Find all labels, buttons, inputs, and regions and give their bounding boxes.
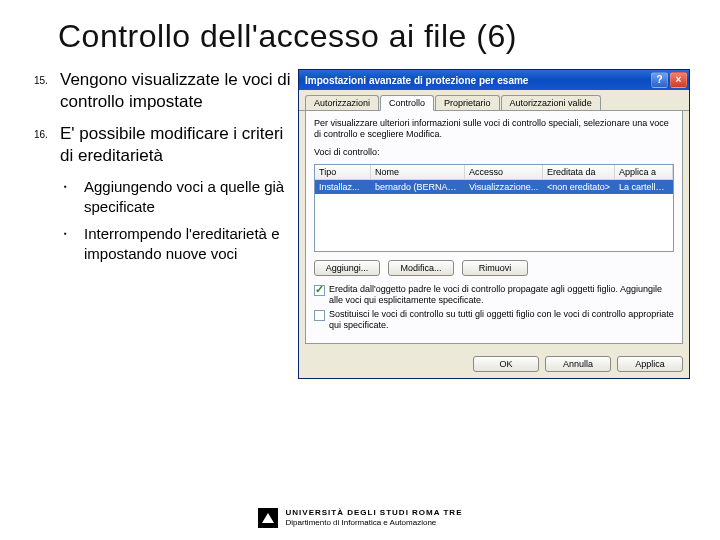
col-inherited[interactable]: Ereditata da — [543, 165, 615, 179]
cell-type: Installaz... — [315, 180, 371, 194]
university-name: UNIVERSITÀ DEGLI STUDI ROMA TRE — [286, 508, 463, 518]
university-logo-icon — [258, 508, 278, 528]
cancel-button[interactable]: Annulla — [545, 356, 611, 372]
lv-label: Voci di controllo: — [314, 147, 674, 158]
cell-apply: La cartella selezio... — [615, 180, 673, 194]
checkbox-icon[interactable] — [314, 285, 325, 296]
sublist-item: ▪ Interrompendo l'ereditarietà e imposta… — [64, 224, 292, 263]
list-item: 16. E' possibile modificare i criteri di… — [30, 123, 292, 167]
replace-checkbox-row[interactable]: Sostituisci le voci di controllo su tutt… — [314, 309, 674, 331]
hint-text: Per visualizzare ulteriori informazioni … — [314, 118, 674, 141]
list-text: Vengono visualizzate le voci di controll… — [60, 69, 292, 113]
col-access[interactable]: Accesso — [465, 165, 543, 179]
cell-access: Visualizzazione... — [465, 180, 543, 194]
audit-listview[interactable]: Tipo Nome Accesso Ereditata da Applica a… — [314, 164, 674, 252]
slide-footer: UNIVERSITÀ DEGLI STUDI ROMA TRE Dipartim… — [0, 508, 720, 528]
dialog-title: Impostazioni avanzate di protezione per … — [305, 75, 528, 86]
dialog-titlebar[interactable]: Impostazioni avanzate di protezione per … — [299, 70, 689, 90]
lv-header: Tipo Nome Accesso Ereditata da Applica a — [315, 165, 673, 180]
bullet-column: 15. Vengono visualizzate le voci di cont… — [30, 69, 298, 379]
tab-effective[interactable]: Autorizzazioni valide — [501, 95, 601, 110]
tab-permissions[interactable]: Autorizzazioni — [305, 95, 379, 110]
col-apply[interactable]: Applica a — [615, 165, 673, 179]
table-row[interactable]: Installaz... bernardo (BERNARD... Visual… — [315, 180, 673, 194]
sublist-text: Aggiungendo voci a quelle già specificat… — [84, 177, 292, 216]
edit-button[interactable]: Modifica... — [388, 260, 454, 276]
cell-name: bernardo (BERNARD... — [371, 180, 465, 194]
slide-title: Controllo dell'accesso ai file (6) — [58, 18, 690, 55]
inherit-checkbox-row[interactable]: Eredita dall'oggetto padre le voci di co… — [314, 284, 674, 306]
bullet-icon: ▪ — [64, 177, 84, 216]
list-text: E' possibile modificare i criteri di ere… — [60, 123, 292, 167]
ok-button[interactable]: OK — [473, 356, 539, 372]
bullet-icon: ▪ — [64, 224, 84, 263]
sublist-item: ▪ Aggiungendo voci a quelle già specific… — [64, 177, 292, 216]
remove-button[interactable]: Rimuovi — [462, 260, 528, 276]
checkbox-icon[interactable] — [314, 310, 325, 321]
close-button[interactable]: × — [670, 72, 687, 88]
list-number: 15. — [30, 69, 60, 113]
apply-button[interactable]: Applica — [617, 356, 683, 372]
tab-body: Per visualizzare ulteriori informazioni … — [305, 110, 683, 344]
sublist-text: Interrompendo l'ereditarietà e impostand… — [84, 224, 292, 263]
list-item: 15. Vengono visualizzate le voci di cont… — [30, 69, 292, 113]
add-button[interactable]: Aggiungi... — [314, 260, 380, 276]
tab-auditing[interactable]: Controllo — [380, 95, 434, 111]
cell-inherited: <non ereditato> — [543, 180, 615, 194]
checkbox-label: Sostituisci le voci di controllo su tutt… — [329, 309, 674, 331]
list-number: 16. — [30, 123, 60, 167]
help-button[interactable]: ? — [651, 72, 668, 88]
col-type[interactable]: Tipo — [315, 165, 371, 179]
security-dialog: Impostazioni avanzate di protezione per … — [298, 69, 690, 379]
checkbox-label: Eredita dall'oggetto padre le voci di co… — [329, 284, 674, 306]
tabstrip: Autorizzazioni Controllo Proprietario Au… — [299, 91, 689, 111]
col-name[interactable]: Nome — [371, 165, 465, 179]
department-name: Dipartimento di Informatica e Automazion… — [286, 518, 463, 528]
tab-owner[interactable]: Proprietario — [435, 95, 500, 110]
